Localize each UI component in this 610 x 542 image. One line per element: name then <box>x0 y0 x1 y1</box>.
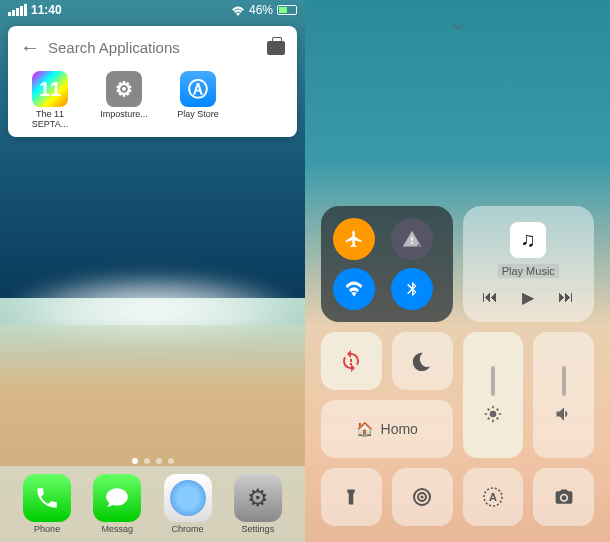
app-11-icon: 11 <box>32 71 68 107</box>
dock: Phone Messag Chrome ⚙ Settings <box>0 466 305 542</box>
control-center-screen: ⌄ ♫ Play Music ⏮ ▶ ⏭ 🏠Homo A <box>305 0 610 542</box>
brightness-slider[interactable] <box>463 332 524 458</box>
dock-settings[interactable]: ⚙ Settings <box>234 474 282 534</box>
search-card: ← 11 The 11 SEPTA... ⚙ Imposture... Ⓐ Pl… <box>8 26 297 137</box>
appstore-icon: Ⓐ <box>180 71 216 107</box>
wifi-button[interactable] <box>333 268 375 310</box>
briefcase-icon[interactable] <box>267 41 285 55</box>
home-screen: 11:40 46% ← 11 The 11 SEPTA... ⚙ Impostu… <box>0 0 305 542</box>
search-result-app[interactable]: 11 The 11 SEPTA... <box>22 71 78 129</box>
control-center-grid: ♫ Play Music ⏮ ▶ ⏭ 🏠Homo A <box>305 206 610 542</box>
next-track-button[interactable]: ⏭ <box>558 288 574 307</box>
auto-brightness-button[interactable]: A <box>463 468 524 526</box>
music-widget[interactable]: ♫ Play Music ⏮ ▶ ⏭ <box>463 206 595 322</box>
rotation-lock-button[interactable] <box>321 332 382 390</box>
svg-text:A: A <box>489 491 497 503</box>
dock-phone[interactable]: Phone <box>23 474 71 534</box>
home-label: Homo <box>381 421 418 437</box>
dock-label: Messag <box>93 524 141 534</box>
app-label: Play Store <box>170 109 226 119</box>
back-icon[interactable]: ← <box>20 36 40 59</box>
flashlight-button[interactable] <box>321 468 382 526</box>
play-button[interactable]: ▶ <box>522 288 534 307</box>
home-button[interactable]: 🏠Homo <box>321 400 453 458</box>
do-not-disturb-button[interactable] <box>392 332 453 390</box>
dock-chrome[interactable]: Chrome <box>164 474 212 534</box>
camera-button[interactable] <box>533 468 594 526</box>
app-label: Imposture... <box>96 109 152 119</box>
hotspot-button[interactable] <box>392 468 453 526</box>
search-input[interactable] <box>48 39 259 56</box>
status-bar: 11:40 46% <box>0 0 305 20</box>
battery-percentage: 46% <box>249 3 273 17</box>
cellular-data-button[interactable] <box>391 218 433 260</box>
volume-slider[interactable] <box>533 332 594 458</box>
dock-label: Settings <box>234 524 282 534</box>
battery-icon <box>277 5 297 15</box>
settings-icon: ⚙ <box>234 474 282 522</box>
dock-label: Chrome <box>164 524 212 534</box>
prev-track-button[interactable]: ⏮ <box>482 288 498 307</box>
dock-messages[interactable]: Messag <box>93 474 141 534</box>
dock-label: Phone <box>23 524 71 534</box>
phone-icon <box>23 474 71 522</box>
svg-point-3 <box>421 496 424 499</box>
status-time: 11:40 <box>31 3 62 17</box>
gear-icon: ⚙ <box>106 71 142 107</box>
bluetooth-button[interactable] <box>391 268 433 310</box>
connectivity-group <box>321 206 453 322</box>
music-app-icon: ♫ <box>510 222 546 258</box>
home-icon: 🏠 <box>356 421 373 437</box>
wifi-icon <box>231 5 245 16</box>
airplane-mode-button[interactable] <box>333 218 375 260</box>
message-icon <box>93 474 141 522</box>
svg-point-0 <box>490 411 497 418</box>
search-result-app[interactable]: Ⓐ Play Store <box>170 71 226 129</box>
page-indicator[interactable] <box>132 458 174 464</box>
safari-icon <box>164 474 212 522</box>
music-title: Play Music <box>498 264 559 278</box>
signal-icon <box>8 4 27 16</box>
search-result-app[interactable]: ⚙ Imposture... <box>96 71 152 129</box>
chevron-down-icon[interactable]: ⌄ <box>305 0 610 36</box>
app-label: The 11 SEPTA... <box>22 109 78 129</box>
